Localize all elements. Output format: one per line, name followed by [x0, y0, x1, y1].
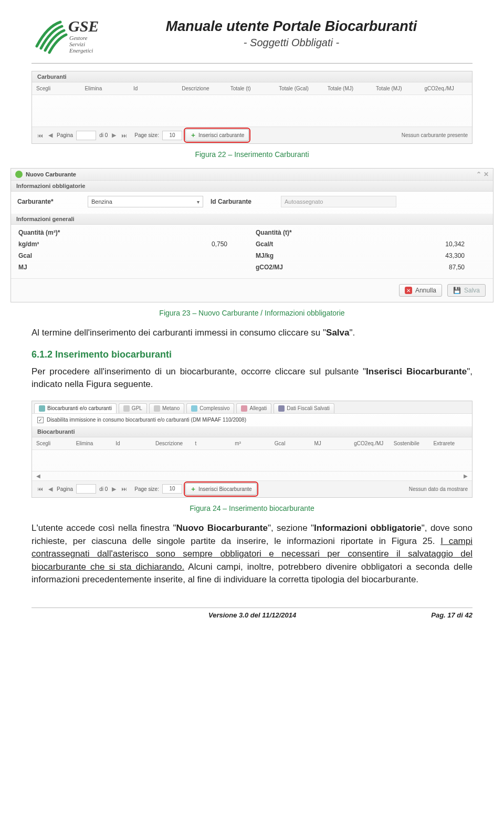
- col3-extrarete: Extrarete: [433, 441, 468, 446]
- nav-last-icon[interactable]: ⏭: [120, 132, 128, 139]
- logo-text-gse: GSE: [68, 17, 99, 35]
- ss1-tab: Carburanti: [37, 74, 67, 80]
- label-id-carburante: Id Carburante: [211, 198, 274, 205]
- col3-descrizione: Descrizione: [155, 441, 190, 446]
- doc-title: Manuale utente Portale Biocarburanti: [110, 18, 472, 35]
- nav-next-icon[interactable]: ▶: [111, 132, 117, 139]
- nav-prev-icon[interactable]: ◀: [47, 132, 54, 139]
- col-totale-t: Totale (t): [230, 86, 274, 91]
- lbl-mj: MJ: [18, 264, 87, 271]
- val-kgdm3: 0,750: [94, 240, 248, 248]
- tab-complessivo[interactable]: Complessivo: [186, 403, 234, 413]
- section-generali: Informazioni generali: [11, 214, 493, 225]
- disable-label: Disabilita immissione in consumo biocarb…: [47, 417, 246, 423]
- insert-biocarburante-button[interactable]: ＋Inserisci Biocarburante: [185, 483, 257, 495]
- cancel-label: Annulla: [415, 287, 436, 294]
- save-button[interactable]: 💾Salva: [447, 284, 486, 297]
- col3-gco2: gCO2eq./MJ: [354, 441, 388, 446]
- col-id: Id: [133, 86, 176, 91]
- empty-message: Nessun dato da mostrare: [409, 486, 468, 492]
- scroll-left-icon[interactable]: ◀: [36, 473, 40, 479]
- col3-scegli: Scegli: [36, 441, 71, 446]
- caption-fig23: Figura 23 – Nuovo Carburante / Informazi…: [32, 309, 472, 317]
- header-divider: [32, 63, 472, 64]
- tab-dati-fiscali[interactable]: Dati Fiscali Salvati: [274, 403, 334, 413]
- plus-icon: ＋: [190, 131, 196, 140]
- page-current[interactable]: [76, 131, 96, 140]
- pagesize-label: Page size:: [134, 486, 159, 492]
- lbl-gco2mj: gCO2/MJ: [256, 264, 324, 271]
- col-gco2: gCO2eq./MJ: [425, 86, 468, 91]
- col3-gcal: Gcal: [275, 441, 309, 446]
- cancel-button[interactable]: ✕Annulla: [399, 284, 442, 297]
- select-carburante-value: Benzina: [91, 198, 112, 205]
- insert-carburante-label: Inserisci carburante: [198, 132, 244, 138]
- dialog-title: Nuovo Carburante: [26, 171, 76, 177]
- doc-header: GSE Gestore Servizi Energetici Manuale u…: [32, 16, 472, 58]
- collapse-icon[interactable]: ⌃: [476, 171, 481, 178]
- val-mjkg: 43,300: [331, 252, 486, 259]
- metano-icon: [154, 405, 160, 412]
- nav-first-icon[interactable]: ⏮: [36, 486, 44, 492]
- lbl-mjkg: MJ/kg: [256, 252, 324, 259]
- plus-icon: ＋: [190, 485, 196, 494]
- pagesize-select[interactable]: 10: [162, 484, 182, 494]
- scroll-right-icon[interactable]: ▶: [464, 473, 468, 479]
- insert-carburante-button[interactable]: ＋Inserisci carburante: [185, 129, 249, 141]
- disable-checkbox[interactable]: ✓: [37, 417, 44, 423]
- col-totale-gcal: Totale (Gcal): [279, 86, 322, 91]
- ss3-columns: Scegli Elimina Id Descrizione t m³ Gcal …: [32, 437, 472, 450]
- col-descrizione: Descrizione: [182, 86, 225, 91]
- caption-fig24: Figura 24 – Inserimento biocarburante: [32, 504, 472, 512]
- save-icon: [278, 405, 285, 412]
- close-icon[interactable]: ✕: [484, 171, 489, 178]
- col-scegli: Scegli: [36, 86, 79, 91]
- ss1-footer: ⏮ ◀ Pagina di 0 ▶ ⏭ Page size: 10 ＋Inser…: [32, 127, 472, 143]
- nav-prev-icon[interactable]: ◀: [47, 486, 54, 493]
- page-footer: Versione 3.0 del 11/12/2014 Pag. 17 di 4…: [32, 607, 472, 619]
- col3-mj: MJ: [314, 441, 349, 446]
- subtab-biocarburanti: Biocarburanti: [32, 426, 472, 437]
- col3-elimina: Elimina: [76, 441, 111, 446]
- tab-metano[interactable]: Metano: [149, 403, 184, 413]
- pagesize-label: Page size:: [134, 132, 159, 138]
- tab-gpl[interactable]: GPL: [119, 403, 147, 413]
- nav-last-icon[interactable]: ⏭: [120, 486, 128, 492]
- nav-next-icon[interactable]: ▶: [111, 486, 117, 493]
- lbl-kgdm3: kg/dm³: [18, 240, 87, 248]
- col3-m3: m³: [235, 441, 269, 446]
- gse-logo: GSE Gestore Servizi Energetici: [32, 16, 110, 58]
- footer-page: Pag. 17 di 42: [431, 611, 472, 619]
- field-id-carburante: Autoassegnato: [281, 196, 396, 207]
- pagesize-select[interactable]: 10: [162, 131, 182, 140]
- val-gcalt: 10,342: [331, 240, 486, 248]
- insert-biocarburante-label: Inserisci Biocarburante: [198, 486, 252, 492]
- ss1-columns: Scegli Elimina Id Descrizione Totale (t)…: [32, 82, 472, 95]
- select-carburante[interactable]: Benzina▾: [88, 196, 203, 207]
- lbl-quantita-m3: Quantità (m³)*: [18, 229, 87, 236]
- screenshot-biocarburanti-grid: Biocarburanti e/o carburanti GPL Metano …: [32, 401, 472, 498]
- page-of: di 0: [99, 486, 108, 492]
- flask-icon: [39, 405, 45, 412]
- info-grid: Quantità (m³)* Quantità (t)* kg/dm³0,750…: [11, 225, 493, 278]
- save-label: Salva: [464, 287, 480, 294]
- col-totale-mj2: Totale (MJ): [376, 86, 419, 91]
- caption-fig22: Figura 22 – Inserimento Carburanti: [32, 150, 472, 159]
- gpl-icon: [123, 405, 130, 412]
- tab-allegati[interactable]: Allegati: [236, 403, 271, 413]
- section-obbligatorie: Informazioni obbligatorie: [11, 181, 493, 192]
- col3-t: t: [195, 441, 230, 446]
- screenshot-carburanti-grid: Carburanti Scegli Elimina Id Descrizione…: [32, 71, 472, 144]
- page-current[interactable]: [76, 484, 96, 494]
- svg-text:Energetici: Energetici: [69, 47, 93, 54]
- plus-circle-icon: [15, 171, 23, 178]
- x-icon: ✕: [405, 287, 412, 294]
- tab-bar: Biocarburanti e/o carburanti GPL Metano …: [32, 401, 472, 414]
- heading-6-1-2: 6.1.2 Inserimento biocarburanti: [32, 349, 472, 360]
- tab-biocarburanti[interactable]: Biocarburanti e/o carburanti: [34, 403, 117, 413]
- lbl-gcal: Gcal: [18, 252, 87, 259]
- disk-icon: 💾: [453, 287, 461, 294]
- lbl-quantita-t: Quantità (t)*: [256, 229, 324, 236]
- nav-first-icon[interactable]: ⏮: [36, 132, 44, 139]
- col3-id: Id: [116, 441, 150, 446]
